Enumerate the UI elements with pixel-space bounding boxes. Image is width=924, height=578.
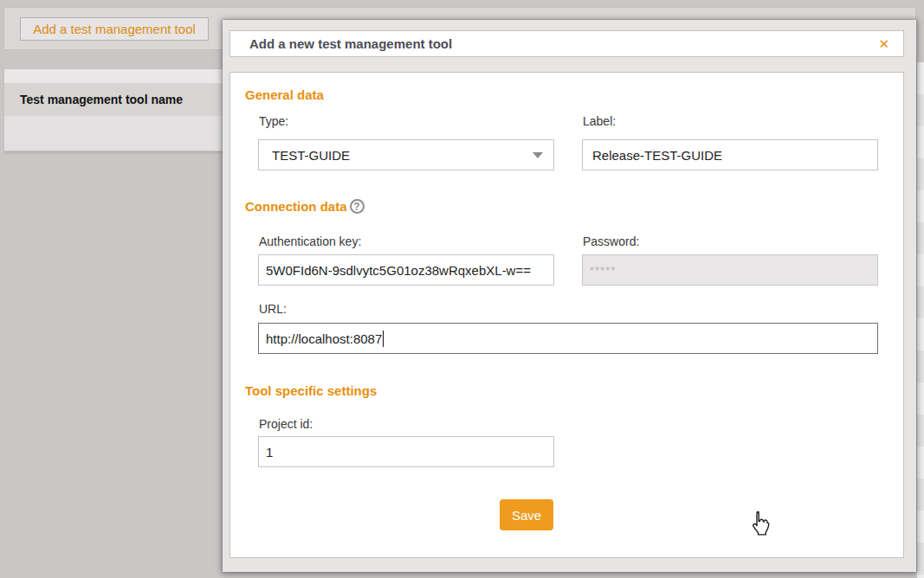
text-cursor (383, 331, 384, 347)
url-field[interactable]: http://localhost:8087 (258, 323, 878, 354)
dialog-title: Add a new test management tool (230, 36, 452, 51)
mouse-cursor-icon (748, 511, 772, 538)
auth-key-label: Authentication key: (259, 234, 361, 248)
label-field[interactable] (582, 139, 878, 170)
page-background: Add a test management tool Test manageme… (0, 0, 924, 578)
help-icon[interactable]: ? (350, 199, 365, 214)
type-select-value: TEST-GUIDE (272, 148, 350, 163)
background-table-strip (917, 62, 924, 578)
password-label: Password: (583, 234, 639, 248)
type-label: Type: (259, 114, 288, 128)
dialog-body: General data Type: TEST-GUIDE Label: Con… (229, 72, 904, 558)
url-field-value: http://localhost:8087 (266, 331, 382, 346)
label-label: Label: (583, 114, 616, 128)
url-label: URL: (259, 302, 287, 316)
close-icon[interactable]: ✕ (878, 37, 889, 50)
project-id-label: Project id: (259, 417, 313, 431)
tool-specific-settings-heading: Tool specific settings (245, 383, 377, 398)
dialog-titlebar: Add a new test management tool ✕ (229, 30, 904, 57)
connection-data-heading: Connection data ? (245, 199, 365, 214)
password-field (582, 254, 878, 286)
project-id-field[interactable] (258, 436, 554, 467)
save-button[interactable]: Save (500, 499, 553, 530)
add-tool-dialog: Add a new test management tool ✕ General… (223, 20, 916, 572)
general-data-heading: General data (245, 87, 324, 102)
add-test-management-tool-button[interactable]: Add a test management tool (20, 17, 209, 41)
chevron-down-icon (533, 152, 543, 158)
auth-key-field[interactable] (258, 254, 554, 286)
connection-heading-text: Connection data (245, 199, 347, 214)
type-select[interactable]: TEST-GUIDE (258, 139, 554, 170)
